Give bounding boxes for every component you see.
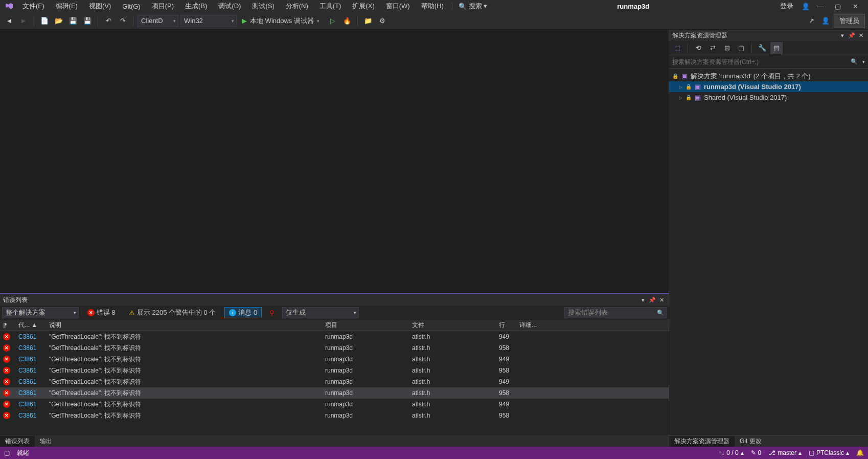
start-without-debugging-button[interactable]: ▷ bbox=[327, 15, 339, 27]
nav-back-button[interactable]: ◄ bbox=[3, 15, 15, 27]
hot-reload-button[interactable]: 🔥 bbox=[341, 15, 353, 27]
error-row[interactable]: ✕C3861"GetThreadLocale": 找不到标识符runmap3da… bbox=[0, 410, 669, 421]
status-repo[interactable]: ▢ PTClassic ▴ bbox=[809, 449, 849, 456]
feedback-button[interactable]: 👤 bbox=[819, 15, 832, 27]
panel-pin-button[interactable]: 📌 bbox=[848, 31, 856, 39]
menu-tools[interactable]: 工具(T) bbox=[314, 1, 347, 12]
options-button[interactable]: ⚙ bbox=[376, 15, 389, 27]
col-code[interactable]: 代... ▲ bbox=[15, 321, 46, 330]
menu-test[interactable]: 测试(S) bbox=[247, 1, 279, 12]
error-row[interactable]: ✕C3861"GetThreadLocale": 找不到标识符runmap3da… bbox=[0, 354, 669, 365]
share-button[interactable]: ↗ bbox=[805, 15, 817, 27]
build-filter-dropdown[interactable]: 仅生成 bbox=[282, 307, 359, 318]
menu-build[interactable]: 生成(B) bbox=[180, 1, 212, 12]
menu-file[interactable]: 文件(F) bbox=[17, 1, 50, 12]
dropdown-icon[interactable]: ▾ bbox=[862, 59, 865, 64]
solution-config-dropdown[interactable]: ClientD bbox=[138, 15, 178, 27]
minimize-button[interactable]: — bbox=[814, 1, 827, 11]
col-icon[interactable]: ⁋ bbox=[0, 322, 15, 329]
menu-view[interactable]: 视图(V) bbox=[84, 1, 116, 12]
open-file-button[interactable]: 📂 bbox=[53, 15, 65, 27]
sync-button[interactable]: ⇄ bbox=[706, 42, 719, 54]
error-row[interactable]: ✕C3861"GetThreadLocale": 找不到标识符runmap3da… bbox=[0, 387, 669, 399]
menu-git[interactable]: Git(G) bbox=[117, 2, 145, 11]
expand-arrow-icon[interactable]: ▷ bbox=[677, 95, 683, 101]
error-line: 949 bbox=[496, 333, 516, 340]
errors-count-label: 错误 8 bbox=[97, 308, 116, 317]
solution-search[interactable]: ▾ bbox=[669, 55, 868, 69]
menu-edit[interactable]: 编辑(E) bbox=[51, 1, 83, 12]
error-row[interactable]: ✕C3861"GetThreadLocale": 找不到标识符runmap3da… bbox=[0, 376, 669, 387]
panel-close-button[interactable]: ✕ bbox=[857, 31, 865, 39]
panel-options-button[interactable]: ▾ bbox=[639, 296, 647, 304]
search-error-list[interactable]: 搜索错误列表 bbox=[564, 307, 667, 318]
sign-in-icon[interactable]: 👤 bbox=[802, 3, 810, 10]
error-line: 949 bbox=[496, 401, 516, 408]
col-desc[interactable]: 说明 bbox=[46, 321, 322, 330]
error-row[interactable]: ✕C3861"GetThreadLocale": 找不到标识符runmap3da… bbox=[0, 331, 669, 342]
status-edits[interactable]: ✎ 0 bbox=[751, 449, 762, 456]
errors-toggle[interactable]: ✕ 错误 8 bbox=[83, 307, 120, 318]
sign-in-link[interactable]: 登录 bbox=[780, 2, 793, 11]
maximize-button[interactable]: ▢ bbox=[831, 1, 844, 11]
menu-window[interactable]: 窗口(W) bbox=[381, 1, 415, 12]
status-notifications[interactable]: 🔔 bbox=[856, 449, 864, 456]
tab-git-changes[interactable]: Git 更改 bbox=[735, 436, 767, 447]
play-icon: ▶ bbox=[242, 17, 247, 25]
project-shared[interactable]: ▷ 🔒 ▣ Shared (Visual Studio 2017) bbox=[669, 92, 868, 103]
filter-button[interactable]: ⚲ bbox=[266, 307, 278, 319]
error-line: 949 bbox=[496, 356, 516, 363]
panel-options-button[interactable]: ▾ bbox=[838, 31, 847, 39]
home-button[interactable]: ⬚ bbox=[671, 42, 683, 54]
menu-analyze[interactable]: 分析(N) bbox=[281, 1, 313, 12]
undo-button[interactable]: ↶ bbox=[102, 15, 115, 27]
start-debugging-button[interactable]: ▶ 本地 Windows 调试器 ▾ bbox=[239, 15, 325, 27]
menu-help[interactable]: 帮助(H) bbox=[416, 1, 449, 12]
menu-extensions[interactable]: 扩展(X) bbox=[347, 1, 379, 12]
messages-toggle[interactable]: i 消息 0 bbox=[224, 307, 262, 318]
refresh-button[interactable]: ⟲ bbox=[692, 42, 704, 54]
error-row[interactable]: ✕C3861"GetThreadLocale": 找不到标识符runmap3da… bbox=[0, 399, 669, 410]
solution-root-label: 解决方案 'runmap3d' (2 个项目，共 2 个) bbox=[691, 72, 811, 81]
col-detail[interactable]: 详细... bbox=[516, 321, 669, 330]
show-all-button[interactable]: ▢ bbox=[735, 42, 747, 54]
project-runmap3d[interactable]: ▷ 🔒 ▣ runmap3d (Visual Studio 2017) bbox=[669, 81, 868, 92]
tab-output[interactable]: 输出 bbox=[35, 436, 57, 447]
collapse-button[interactable]: ⊟ bbox=[721, 42, 733, 54]
error-project: runmap3d bbox=[322, 389, 409, 397]
preview-button[interactable]: ▤ bbox=[770, 42, 783, 54]
menu-project[interactable]: 项目(P) bbox=[147, 1, 179, 12]
nav-forward-button[interactable]: ► bbox=[17, 15, 30, 27]
save-all-button[interactable]: 💾 bbox=[81, 15, 94, 27]
solution-search-input[interactable] bbox=[672, 58, 865, 65]
error-line: 958 bbox=[496, 367, 516, 374]
redo-button[interactable]: ↷ bbox=[117, 15, 129, 27]
error-table: ⁋ 代... ▲ 说明 项目 文件 行 详细... ✕C3861"GetThre… bbox=[0, 320, 669, 435]
status-branch[interactable]: ⎇ master ▴ bbox=[768, 449, 802, 456]
close-button[interactable]: ✕ bbox=[849, 1, 862, 11]
error-line: 958 bbox=[496, 389, 516, 397]
error-row[interactable]: ✕C3861"GetThreadLocale": 找不到标识符runmap3da… bbox=[0, 342, 669, 354]
error-row[interactable]: ✕C3861"GetThreadLocale": 找不到标识符runmap3da… bbox=[0, 365, 669, 376]
col-project[interactable]: 项目 bbox=[322, 321, 409, 330]
expand-arrow-icon[interactable]: ▷ bbox=[677, 84, 683, 90]
solution-root[interactable]: 🔒 ▣ 解决方案 'runmap3d' (2 个项目，共 2 个) bbox=[669, 71, 868, 81]
properties-button[interactable]: 🔧 bbox=[756, 42, 768, 54]
save-button[interactable]: 💾 bbox=[67, 15, 79, 27]
warnings-toggle[interactable]: ⚠ 展示 2205 个警告中的 0 个 bbox=[124, 307, 221, 318]
folder-button[interactable]: 📁 bbox=[362, 15, 374, 27]
error-project: runmap3d bbox=[322, 367, 409, 374]
tab-solution-explorer[interactable]: 解决方案资源管理器 bbox=[669, 436, 735, 447]
status-sync[interactable]: ↑↓ 0 / 0 ▴ bbox=[718, 449, 743, 456]
tab-error-list[interactable]: 错误列表 bbox=[0, 436, 35, 447]
search-launcher[interactable]: 🔍 搜索 ▾ bbox=[455, 2, 491, 11]
platform-dropdown[interactable]: Win32 bbox=[180, 15, 237, 27]
scope-dropdown[interactable]: 整个解决方案 bbox=[2, 307, 79, 318]
col-file[interactable]: 文件 bbox=[409, 321, 496, 330]
menu-debug[interactable]: 调试(D) bbox=[213, 1, 246, 12]
new-item-button[interactable]: 📄 bbox=[38, 15, 51, 27]
panel-pin-button[interactable]: 📌 bbox=[648, 296, 656, 304]
col-line[interactable]: 行 bbox=[496, 321, 516, 330]
panel-close-button[interactable]: ✕ bbox=[657, 296, 666, 304]
error-project: runmap3d bbox=[322, 333, 409, 340]
